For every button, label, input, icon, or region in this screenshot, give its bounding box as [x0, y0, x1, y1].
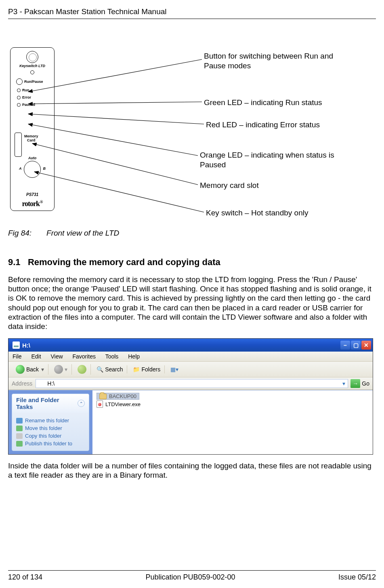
explorer-window: H:\ – ▢ ✕ File Edit View Favorites Tools…	[8, 338, 373, 455]
paragraph-1: Before removing the memory card it is ne…	[8, 275, 376, 331]
drive-icon	[38, 381, 45, 386]
task-publish[interactable]: Publish this folder to	[16, 440, 85, 447]
ltd-device-panel: Keyswitch LTD Run/Pause Run Error Paused…	[10, 47, 55, 211]
collapse-icon[interactable]: ⌃	[78, 400, 85, 407]
annot-run-pause-button: Button for switching between Run and Pau…	[204, 51, 341, 71]
address-value: H:\	[47, 380, 55, 387]
tasks-header[interactable]: File and Folder Tasks ⌃	[12, 394, 89, 413]
menu-favorites[interactable]: Favorites	[72, 353, 96, 360]
key-switch-dial	[24, 161, 41, 178]
footer-publication: Publication PUB059-002-00	[145, 573, 235, 582]
back-button[interactable]: Back ▾	[12, 364, 48, 375]
annotation-arrows	[8, 47, 380, 225]
search-icon: 🔍	[97, 366, 103, 373]
section-heading: 9.1 Removing the memory card and copying…	[8, 257, 376, 268]
key-switch-auto-label: Auto	[28, 156, 37, 160]
paused-led	[17, 103, 21, 107]
svg-line-5	[32, 143, 198, 185]
error-led	[17, 96, 21, 99]
up-icon	[78, 365, 86, 374]
menu-file[interactable]: File	[13, 353, 22, 360]
task-copy[interactable]: Copy this folder	[16, 432, 85, 440]
task-rename[interactable]: Rename this folder	[16, 417, 85, 424]
page-footer: 120 of 134 Publication PUB059-002-00 Iss…	[8, 570, 376, 582]
drive-icon	[13, 341, 20, 349]
views-button[interactable]: ▦▾	[166, 365, 183, 373]
menubar: File Edit View Favorites Tools Help	[8, 352, 373, 362]
annot-green-led: Green LED – indicating Run status	[204, 98, 322, 107]
page-header: P3 - Pakscan Master Station Technical Ma…	[8, 7, 376, 19]
run-led-label: Run	[22, 88, 29, 92]
folders-button[interactable]: 📁 Folders	[129, 365, 165, 373]
address-dropdown-icon[interactable]: ▾	[342, 380, 345, 387]
memory-card-slot[interactable]	[15, 133, 22, 157]
annot-key-switch: Key switch – Hot standby only	[206, 208, 308, 218]
file-exe-ltdviewer[interactable]: LTDViewer.exe	[97, 400, 369, 409]
go-button[interactable]: →	[350, 379, 360, 388]
key-switch-b-label: B	[43, 166, 46, 171]
address-input[interactable]: H:\ ▾	[36, 379, 348, 388]
folder-icon	[99, 394, 107, 399]
figure-caption: Fig 84: Front view of the LTD	[8, 229, 376, 238]
up-button[interactable]	[73, 364, 91, 375]
toolbar: Back ▾ ▾ 🔍 Search 📁 Folders ▦▾	[8, 362, 373, 377]
top-led	[30, 70, 34, 74]
paused-led-label: Paused	[22, 103, 35, 107]
menu-tools[interactable]: Tools	[105, 353, 119, 360]
file-pane[interactable]: BACKUP00 LTDViewer.exe	[92, 390, 373, 454]
logo-icon	[26, 51, 38, 63]
folders-icon: 📁	[133, 366, 140, 373]
footer-page: 120 of 134	[8, 573, 42, 582]
task-move[interactable]: Move this folder	[16, 424, 85, 432]
search-button[interactable]: 🔍 Search	[92, 365, 127, 373]
figure-ltd: Keyswitch LTD Run/Pause Run Error Paused…	[8, 47, 376, 227]
menu-help[interactable]: Help	[128, 353, 140, 360]
annot-memory-slot: Memory card slot	[200, 181, 259, 190]
footer-issue: Issue 05/12	[338, 573, 376, 582]
file-folder-backup[interactable]: BACKUP00	[97, 393, 139, 400]
key-switch-a-label: A	[19, 166, 22, 171]
window-title: H:\	[22, 342, 30, 349]
forward-button[interactable]: ▾	[50, 364, 72, 375]
address-label: Address	[12, 380, 32, 387]
tasks-panel: File and Folder Tasks ⌃ Rename this fold…	[12, 394, 89, 451]
error-led-label: Error	[22, 95, 31, 99]
annot-orange-led: Orange LED – indicating when status is P…	[200, 150, 345, 170]
menu-view[interactable]: View	[50, 353, 63, 360]
keyswitch-ltd-label: Keyswitch LTD	[10, 64, 54, 68]
back-icon	[16, 365, 25, 374]
exe-icon	[97, 400, 103, 408]
go-label: Go	[362, 380, 369, 387]
titlebar[interactable]: H:\ – ▢ ✕	[8, 339, 373, 352]
memory-card-label: Memory Card	[24, 135, 38, 143]
menu-edit[interactable]: Edit	[31, 353, 41, 360]
minimize-button[interactable]: –	[340, 341, 350, 350]
svg-line-3	[28, 114, 204, 124]
brand-logo: rotork	[22, 200, 42, 208]
forward-icon	[54, 365, 63, 374]
model-number: PS731	[26, 192, 38, 197]
svg-line-6	[34, 172, 204, 212]
address-bar: Address H:\ ▾ → Go	[8, 377, 373, 390]
annot-red-led: Red LED – indicating Error status	[206, 120, 320, 130]
paragraph-2: Inside the data folder will be a number …	[8, 461, 376, 480]
run-pause-button[interactable]	[16, 78, 23, 85]
key-switch[interactable]: Auto A B	[24, 161, 41, 178]
maximize-button[interactable]: ▢	[351, 341, 361, 350]
run-led	[17, 89, 21, 92]
close-button[interactable]: ✕	[361, 341, 371, 350]
side-panel: File and Folder Tasks ⌃ Rename this fold…	[8, 390, 92, 454]
views-icon: ▦▾	[170, 366, 178, 373]
run-pause-label: Run/Pause	[24, 80, 43, 84]
